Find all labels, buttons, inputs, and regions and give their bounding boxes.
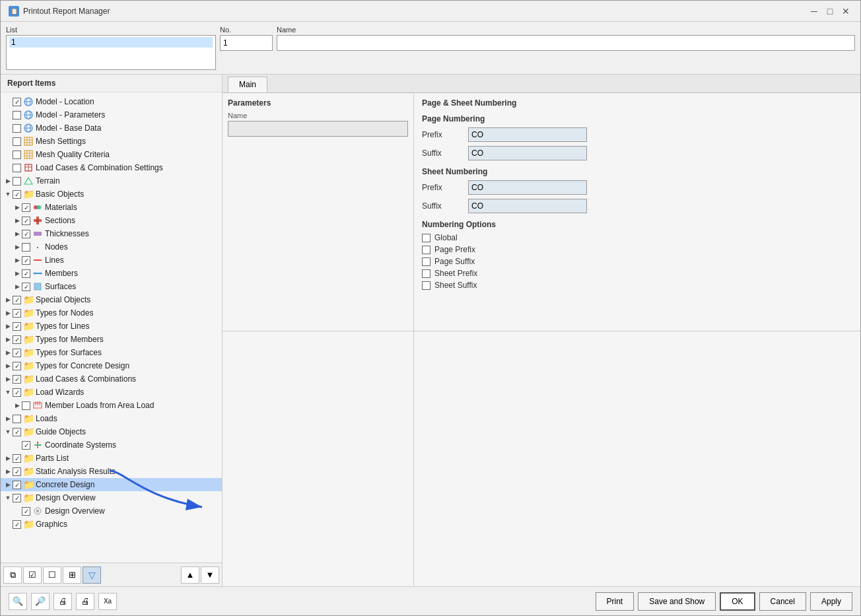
- tree-item-terrain[interactable]: ▶ Terrain: [1, 174, 222, 188]
- tree-item-design-overview-parent[interactable]: ▼ ✓ 📁 Design Overview: [1, 491, 222, 504]
- tree-item-types-concrete[interactable]: ▶ ✓ 📁 Types for Concrete Design: [1, 359, 222, 372]
- minimize-button[interactable]: ─: [808, 5, 821, 18]
- checkbox-lc-combinations[interactable]: ✓: [13, 375, 21, 384]
- checkbox-types-concrete[interactable]: ✓: [13, 362, 21, 370]
- check-all-button[interactable]: ☑: [23, 566, 42, 584]
- tree-item-thicknesses[interactable]: ▶ ✓ Thicknesses: [1, 227, 222, 240]
- expand-basic-objects[interactable]: ▼: [3, 189, 13, 199]
- checkbox-loads[interactable]: [13, 415, 21, 423]
- expand-types-surfaces[interactable]: ▶: [3, 348, 13, 357]
- tab-main[interactable]: Main: [228, 77, 267, 92]
- checkbox-sheet-suffix[interactable]: [422, 281, 430, 290]
- search-button-1[interactable]: 🔍: [9, 593, 27, 610]
- checkbox-mesh-settings[interactable]: [13, 137, 21, 146]
- tree-item-concrete-design[interactable]: ▶ ✓ 📁 Concrete Design: [1, 478, 222, 491]
- tree-item-model-parameters[interactable]: Model - Parameters: [1, 108, 222, 121]
- tree-item-design-overview-child[interactable]: ✓ Design Overview: [1, 504, 222, 518]
- expand-load-wizards[interactable]: ▼: [3, 388, 13, 397]
- expand-members[interactable]: ▶: [13, 269, 22, 278]
- copy-tree-button[interactable]: ⧉: [3, 566, 22, 584]
- tree-item-lc-combinations[interactable]: ▶ ✓ 📁 Load Cases & Combinations: [1, 372, 222, 386]
- expand-types-nodes[interactable]: ▶: [3, 308, 13, 318]
- tree-item-guide-objects[interactable]: ▼ ✓ 📁 Guide Objects: [1, 425, 222, 438]
- checkbox-coord-systems[interactable]: ✓: [22, 441, 30, 450]
- xa-button[interactable]: Xa: [98, 593, 117, 610]
- expand-parts-list[interactable]: ▶: [3, 454, 13, 463]
- expand-loads[interactable]: ▶: [3, 414, 13, 423]
- checkbox-members[interactable]: ✓: [22, 269, 30, 278]
- expand-special-objects[interactable]: ▶: [3, 295, 13, 304]
- page-prefix-input[interactable]: [468, 127, 587, 142]
- checkbox-sheet-prefix[interactable]: [422, 269, 430, 278]
- checkbox-design-overview-child[interactable]: ✓: [22, 507, 30, 516]
- checkbox-surfaces[interactable]: ✓: [22, 283, 30, 291]
- tree-item-special-objects[interactable]: ▶ ✓ 📁 Special Objects: [1, 293, 222, 306]
- save-show-button[interactable]: Save and Show: [638, 592, 716, 611]
- sheet-suffix-input[interactable]: [468, 199, 587, 213]
- tree-item-model-base-data[interactable]: Model - Base Data: [1, 121, 222, 135]
- tree-item-basic-objects[interactable]: ▼ ✓ 📁 Basic Objects: [1, 188, 222, 201]
- move-down-button[interactable]: ▼: [201, 566, 219, 584]
- checkbox-design-overview-parent[interactable]: ✓: [13, 494, 21, 502]
- expand-types-concrete[interactable]: ▶: [3, 361, 13, 370]
- checkbox-page-suffix[interactable]: [422, 257, 430, 266]
- checkbox-page-prefix[interactable]: [422, 246, 430, 254]
- expand-types-lines[interactable]: ▶: [3, 322, 13, 331]
- expand-static-analysis[interactable]: ▶: [3, 467, 13, 476]
- maximize-button[interactable]: □: [823, 5, 837, 18]
- tree-item-types-members[interactable]: ▶ ✓ 📁 Types for Members: [1, 333, 222, 346]
- checkbox-thicknesses[interactable]: ✓: [22, 230, 30, 238]
- checkbox-static-analysis[interactable]: ✓: [13, 467, 21, 476]
- checkbox-nodes[interactable]: [22, 243, 30, 252]
- tree-item-types-nodes[interactable]: ▶ ✓ 📁 Types for Nodes: [1, 306, 222, 320]
- checkbox-sections[interactable]: ✓: [22, 217, 30, 225]
- checkbox-basic-objects[interactable]: ✓: [13, 190, 21, 199]
- tree-item-model-location[interactable]: ✓ Model - Location: [1, 95, 222, 108]
- uncheck-all-button[interactable]: ☐: [43, 566, 61, 584]
- expand-all-button[interactable]: ⊞: [63, 566, 81, 584]
- checkbox-lc-settings[interactable]: [13, 164, 21, 172]
- tree-item-members[interactable]: ▶ ✓ Members: [1, 267, 222, 280]
- close-button[interactable]: ✕: [839, 5, 852, 18]
- expand-sections[interactable]: ▶: [13, 216, 22, 225]
- checkbox-materials[interactable]: ✓: [22, 203, 30, 212]
- move-up-button[interactable]: ▲: [181, 566, 199, 584]
- checkbox-types-surfaces[interactable]: ✓: [13, 349, 21, 357]
- list-box[interactable]: 1: [6, 35, 216, 70]
- expand-surfaces[interactable]: ▶: [13, 282, 22, 291]
- expand-concrete-design[interactable]: ▶: [3, 480, 13, 489]
- checkbox-guide-objects[interactable]: ✓: [13, 428, 21, 436]
- checkbox-terrain[interactable]: [13, 177, 21, 186]
- print-icon-button[interactable]: 🖨: [53, 593, 72, 610]
- tree-item-mesh-settings[interactable]: Mesh Settings: [1, 135, 222, 148]
- expand-lc-combinations[interactable]: ▶: [3, 374, 13, 384]
- tree-item-coord-systems[interactable]: ✓ Coordinate Systems: [1, 438, 222, 452]
- expand-materials[interactable]: ▶: [13, 203, 22, 212]
- checkbox-types-members[interactable]: ✓: [13, 335, 21, 344]
- tree-item-sections[interactable]: ▶ ✓ Sections: [1, 214, 222, 227]
- checkbox-model-base-data[interactable]: [13, 124, 21, 133]
- expand-design-overview-parent[interactable]: ▼: [3, 493, 13, 502]
- expand-guide-objects[interactable]: ▼: [3, 427, 13, 436]
- checkbox-parts-list[interactable]: ✓: [13, 454, 21, 463]
- checkbox-lines[interactable]: ✓: [22, 256, 30, 265]
- filter-button[interactable]: ▽: [83, 566, 101, 584]
- cancel-button[interactable]: Cancel: [759, 592, 806, 611]
- checkbox-special-objects[interactable]: ✓: [13, 296, 21, 304]
- expand-types-members[interactable]: ▶: [3, 335, 13, 344]
- expand-lines[interactable]: ▶: [13, 256, 22, 265]
- page-suffix-input[interactable]: [468, 146, 587, 160]
- no-input[interactable]: [220, 35, 273, 51]
- checkbox-member-loads[interactable]: [22, 401, 30, 410]
- tree-item-types-lines[interactable]: ▶ ✓ 📁 Types for Lines: [1, 320, 222, 333]
- name-input[interactable]: [277, 35, 855, 51]
- tree-item-lines[interactable]: ▶ ✓ Lines: [1, 254, 222, 267]
- tree-item-materials[interactable]: ▶ ✓ Materials: [1, 201, 222, 214]
- checkbox-global[interactable]: [422, 234, 430, 242]
- checkbox-mesh-quality[interactable]: [13, 151, 21, 159]
- tree-item-member-loads-area[interactable]: ▶ Member Loads from Area Load: [1, 399, 222, 412]
- sheet-prefix-input[interactable]: [468, 180, 587, 195]
- checkbox-load-wizards[interactable]: ✓: [13, 388, 21, 397]
- checkbox-types-nodes[interactable]: ✓: [13, 309, 21, 318]
- expand-thicknesses[interactable]: ▶: [13, 229, 22, 238]
